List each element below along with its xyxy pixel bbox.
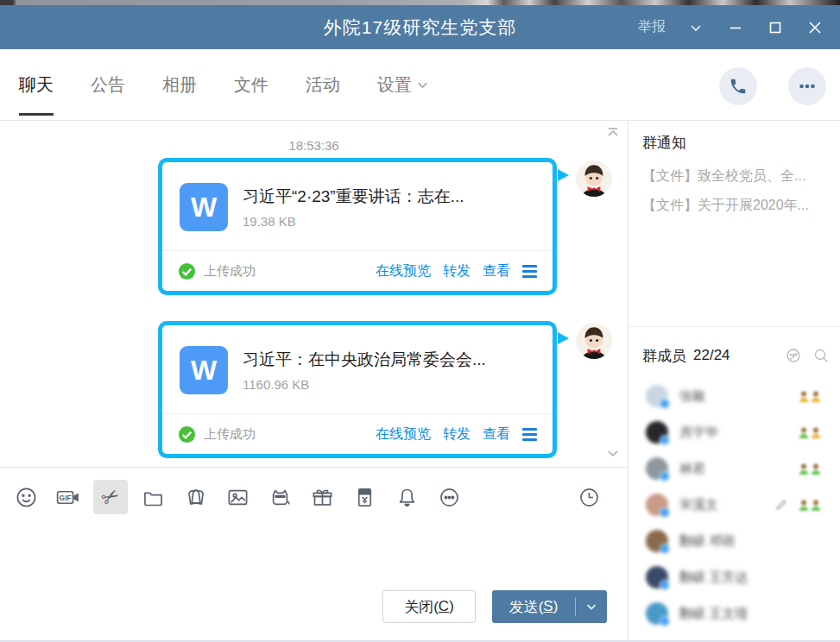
close-button[interactable] [799,11,831,44]
file-menu-icon[interactable] [522,428,537,441]
titlebar-chevron-down-icon[interactable] [679,11,712,44]
member-name: 翻硕 王芳达 [679,570,821,586]
sidebar-divider [628,326,840,327]
phone-icon [729,77,748,96]
send-options-chevron-icon[interactable] [576,590,607,623]
member-avatar [646,457,668,480]
member-title-badge-icon [799,463,821,475]
group-sidebar: 群通知 【文件】致全校党员、全... 【文件】关于开展2020年... 群成员 … [628,121,840,642]
meme-cat-icon[interactable] [262,480,297,514]
member-row[interactable]: 张颖 [628,378,840,414]
notice-item[interactable]: 【文件】致全校党员、全... [642,161,828,191]
member-name: 林君 [679,461,799,477]
tab-announcements[interactable]: 公告 [91,49,125,120]
file-message-bubble: W 习近平：在中央政治局常委会会... 1160.96 KB 上传成功 在线预览… [158,321,557,458]
send-image-icon[interactable] [220,480,255,514]
close-label-suffix: ) [449,598,454,615]
file-menu-icon[interactable] [522,265,537,278]
member-title-badge-icon [799,391,821,402]
member-avatar [646,566,668,588]
member-name: 翻硕 王文瑾 [679,606,821,622]
group-more-button[interactable] [788,67,826,105]
ellipsis-icon [797,76,818,97]
member-avatar [646,530,668,552]
gift-icon[interactable] [305,480,339,514]
tab-announcements-label: 公告 [91,73,125,97]
tab-settings[interactable]: 设置 [377,49,428,120]
view-link[interactable]: 查看 [483,425,510,444]
file-size: 1160.96 KB [243,377,486,392]
mute-members-icon[interactable] [785,347,802,364]
online-preview-link[interactable]: 在线预览 [376,262,431,280]
member-row[interactable]: 林君 [628,450,840,487]
member-avatar [646,494,668,516]
forward-link[interactable]: 转发 [443,425,471,444]
forward-link[interactable]: 转发 [443,262,471,280]
online-preview-link[interactable]: 在线预览 [376,425,431,444]
red-packet-icon[interactable] [347,480,382,514]
edit-pencil-icon[interactable] [774,498,788,512]
close-hotkey: C [439,598,449,615]
group-notice-title: 群通知 [642,133,828,153]
send-label-suffix: ) [553,598,559,615]
emoji-icon[interactable] [9,480,43,514]
file-message-footer: 上传成功 在线预览 转发 查看 [162,250,553,291]
settings-chevron-down-icon [417,79,428,91]
send-label: 发送( [509,597,544,617]
member-title-badge-icon [799,500,821,511]
group-members-header: 群成员 22/24 [642,338,830,373]
input-panel-divider [0,467,628,468]
maximize-button[interactable] [759,11,792,44]
more-tools-icon[interactable] [432,480,466,514]
file-name: 习近平：在中央政治局常委会会... [243,349,486,371]
member-row[interactable]: 翻硕 王芳达 [628,559,840,595]
close-chat-button[interactable]: 关闭(C) [382,590,476,623]
screenshot-scissors-icon[interactable]: ✂ [93,480,128,514]
upload-success-check-icon [178,425,196,444]
word-doc-icon: W [180,183,228,231]
file-info-row[interactable]: W 习近平：在中央政治局常委会会... 1160.96 KB [162,325,553,413]
member-title-badge-icon [799,427,821,438]
member-avatar [646,602,668,625]
send-button[interactable]: 发送(S) [492,590,607,623]
tab-album-label: 相册 [162,73,197,97]
minimize-button[interactable] [719,11,752,44]
bubble-tail [558,169,569,181]
report-button[interactable]: 举报 [631,18,673,36]
members-title: 群成员 [642,346,686,366]
file-info-row[interactable]: W 习近平“2·23”重要讲话：志在... 19.38 KB [162,162,553,250]
tab-settings-label: 设置 [377,73,412,97]
notice-item[interactable]: 【文件】关于开展2020年... [642,191,828,220]
group-notice-section: 群通知 【文件】致全校党员、全... 【文件】关于开展2020年... [628,121,840,220]
tab-chat[interactable]: 聊天 [19,49,54,120]
member-list: 张颖 房宇华 林君 [628,378,840,632]
sender-avatar[interactable] [576,160,612,197]
search-members-icon[interactable] [812,347,830,364]
member-avatar [646,421,668,444]
docs-icon[interactable] [178,480,212,514]
gif-hot-video-icon[interactable]: GIF [51,480,85,514]
member-row[interactable]: 翻硕 王文瑾 [628,595,840,632]
sender-avatar[interactable] [576,323,612,359]
close-label: 关闭( [404,597,439,617]
member-row[interactable]: 房宇华 [628,414,840,450]
voice-call-button[interactable] [719,67,757,105]
tabbar: 聊天 公告 相册 文件 活动 设置 [0,49,840,121]
member-name: 翻硕 邓萌 [679,533,821,550]
scroll-to-bottom-icon[interactable] [605,446,621,462]
tab-album[interactable]: 相册 [162,49,197,120]
word-doc-icon: W [180,346,228,394]
member-row[interactable]: 翻硕 邓萌 [628,523,840,559]
message-input[interactable] [0,519,628,588]
file-message-footer: 上传成功 在线预览 转发 查看 [162,413,553,454]
tab-files[interactable]: 文件 [234,49,268,120]
message-history-clock-icon[interactable] [572,480,606,514]
view-link[interactable]: 查看 [483,262,510,280]
tab-files-label: 文件 [234,73,268,97]
bell-icon[interactable] [389,480,424,514]
send-file-folder-icon[interactable] [136,480,170,514]
member-name: 宋溪文 [679,497,774,513]
upload-status: 上传成功 [204,426,363,443]
tab-activities[interactable]: 活动 [306,49,340,120]
member-row[interactable]: 宋溪文 [628,487,840,523]
